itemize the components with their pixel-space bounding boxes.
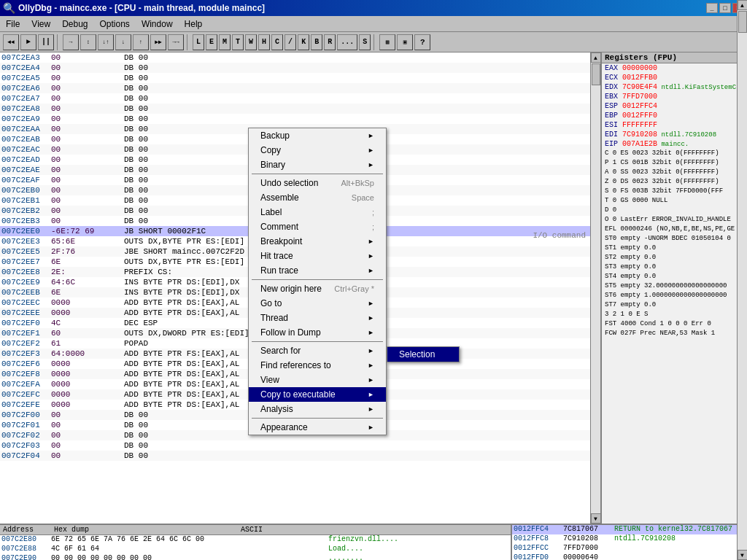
vscroll-down-btn[interactable]: ▼: [591, 513, 601, 524]
reg-name: ECX: [605, 74, 622, 82]
stack-row[interactable]: 0012FFC47C817067RETURN to kernel32.7C817…: [512, 525, 747, 534]
cpu-row[interactable]: 007C2EA6 00 DB 00: [0, 83, 590, 93]
minimize-button[interactable]: _: [706, 3, 718, 13]
vscroll-thumb[interactable]: [592, 63, 600, 85]
toolbar-step3-btn[interactable]: ↓↑: [98, 34, 114, 50]
toolbar-step5-btn[interactable]: ↑: [133, 34, 149, 50]
ctx-view[interactable]: View ►: [249, 373, 386, 387]
menu-window[interactable]: Window: [136, 18, 179, 31]
menu-options[interactable]: Options: [94, 18, 136, 31]
ctx-run-trace[interactable]: Run trace ►: [249, 263, 386, 278]
ctx-breakpoint[interactable]: Breakpoint ►: [249, 234, 386, 249]
toolbar-back-btn[interactable]: ◄◄: [3, 34, 19, 50]
cpu-row[interactable]: 007C2F04 00 DB 00: [0, 451, 590, 461]
cpu-addr: 007C2EF8: [0, 369, 51, 379]
toolbar-k-btn[interactable]: K: [298, 34, 309, 50]
cpu-row[interactable]: 007C2EA5 00 DB 00: [0, 73, 590, 83]
toolbar-ff2-btn[interactable]: →→: [168, 34, 184, 50]
stack-row[interactable]: 0012FFCC7FFD7000: [512, 544, 747, 553]
cpu-asm: DB 00: [124, 114, 270, 124]
toolbar-help-btn[interactable]: ?: [414, 34, 430, 50]
registers-header: Registers (FPU): [602, 52, 747, 63]
toolbar-dots-btn[interactable]: ...: [337, 34, 357, 50]
stack-row[interactable]: 0012FFC87C910208ntdll.7C910208: [512, 534, 747, 544]
register-row: EIP 007A1E2B maincc.: [602, 139, 747, 149]
toolbar-l-btn[interactable]: L: [193, 34, 204, 50]
cpu-row[interactable]: 007C2EA9 00 DB 00: [0, 114, 590, 124]
ctx-follow-dump[interactable]: Follow in Dump ►: [249, 325, 386, 340]
toolbar-pause-btn[interactable]: ||: [38, 34, 54, 50]
menu-file[interactable]: File: [0, 18, 26, 31]
toolbar-e-btn[interactable]: E: [206, 34, 217, 50]
ctx-hit-trace[interactable]: Hit trace ►: [249, 249, 386, 263]
reg-name: EBP: [605, 112, 622, 120]
hex-col-bytes: Hex dump: [54, 526, 89, 534]
stack-vscroll-down[interactable]: ▼: [738, 550, 748, 560]
toolbar-w-btn[interactable]: W: [245, 34, 257, 50]
ctx-thread[interactable]: Thread ►: [249, 311, 386, 325]
maximize-button[interactable]: □: [719, 3, 731, 13]
ctx-copy[interactable]: Copy ►: [249, 143, 386, 158]
stack-vscroll-track[interactable]: [738, 525, 747, 550]
toolbar-step2-btn[interactable]: ↕: [80, 34, 96, 50]
ctx-goto-label: Go to: [260, 298, 282, 308]
toolbar-h-btn[interactable]: H: [258, 34, 270, 50]
ctx-undo-selection[interactable]: Undo selection Alt+BkSp: [249, 176, 386, 190]
toolbar-t-btn[interactable]: T: [232, 34, 244, 50]
cpu-row[interactable]: 007C2EA7 00 DB 00: [0, 93, 590, 104]
cpu-hex: 2F:76: [51, 246, 124, 257]
cpu-hex: 6E: [51, 287, 124, 298]
ctx-binary[interactable]: Binary ►: [249, 158, 386, 172]
menu-debug[interactable]: Debug: [56, 18, 93, 31]
flag-row: S 0 FS 003B 32bit 7FFD0000(FFF: [602, 187, 747, 196]
toolbar-play-btn[interactable]: ►: [20, 34, 36, 50]
ctx-goto[interactable]: Go to ►: [249, 296, 386, 311]
vscroll-track[interactable]: [591, 63, 600, 513]
cpu-row[interactable]: 007C2EA3 00 DB 00: [0, 52, 590, 63]
ctx-assemble[interactable]: Assemble Space: [249, 190, 386, 205]
cpu-addr: 007C2EFA: [0, 379, 51, 389]
ctx-assemble-shortcut: Space: [352, 193, 374, 202]
ctx-appearance[interactable]: Appearance ►: [249, 420, 386, 435]
hex-row[interactable]: 007C2E9000 00 00 00 00 00 00 00........: [0, 554, 511, 560]
toolbar-ff-btn[interactable]: ▶▶: [150, 34, 166, 50]
submenu-selection[interactable]: Selection: [387, 347, 459, 362]
cpu-asm: DB 00: [124, 104, 270, 114]
flag-row: A 0 SS 0023 32bit 0(FFFFFFFF): [602, 168, 747, 177]
ctx-run-trace-arrow: ►: [368, 267, 374, 274]
submenu-selection-label: Selection: [399, 349, 435, 359]
submenu: Selection: [387, 346, 460, 362]
toolbar-c-btn[interactable]: C: [271, 34, 283, 50]
hex-row[interactable]: 007C2E884C 6F 61 64Load....: [0, 545, 511, 554]
menu-view[interactable]: View: [26, 18, 56, 31]
ctx-copy-executable[interactable]: Copy to executable ►: [249, 387, 386, 402]
toolbar-sep-2: [187, 34, 190, 50]
toolbar-step-btn[interactable]: →: [63, 34, 79, 50]
toolbar-slash-btn[interactable]: /: [285, 34, 296, 50]
toolbar-step4-btn[interactable]: ↓: [115, 34, 131, 50]
cpu-hex: -6E:72 69: [51, 226, 124, 236]
cpu-row[interactable]: 007C2F03 00 DB 00: [0, 440, 590, 451]
toolbar-cpu-btn[interactable]: ▣: [397, 34, 413, 50]
ctx-backup[interactable]: Backup ►: [249, 128, 386, 143]
vscroll-up-btn[interactable]: ▲: [591, 52, 601, 63]
cpu-asm: DB 00: [124, 52, 270, 63]
title-bar: 🔍 OllyDbg - maincc.exe - [CPU - main thr…: [0, 0, 747, 16]
toolbar-b-btn[interactable]: B: [311, 34, 322, 50]
ctx-label[interactable]: Label ;: [249, 205, 386, 219]
toolbar-m-btn[interactable]: M: [219, 34, 231, 50]
ctx-comment[interactable]: Comment ;: [249, 219, 386, 234]
cpu-hex: 00: [51, 73, 124, 83]
toolbar-mem-btn[interactable]: ▦: [379, 34, 395, 50]
ctx-search-for[interactable]: Search for ►: [249, 343, 386, 358]
ctx-find-refs[interactable]: Find references to ►: [249, 358, 386, 373]
stack-row[interactable]: 0012FFD000000640: [512, 553, 747, 560]
menu-help[interactable]: Help: [179, 18, 209, 31]
toolbar-r-btn[interactable]: R: [324, 34, 336, 50]
ctx-analysis[interactable]: Analysis ►: [249, 402, 386, 416]
ctx-new-origin[interactable]: New origin here Ctrl+Gray *: [249, 281, 386, 296]
cpu-row[interactable]: 007C2EA4 00 DB 00: [0, 63, 590, 73]
toolbar-s-btn[interactable]: S: [359, 34, 371, 50]
hex-row[interactable]: 007C2E806E 72 65 6E 7A 76 6E 2E 64 6C 6C…: [0, 535, 511, 545]
cpu-row[interactable]: 007C2EA8 00 DB 00: [0, 104, 590, 114]
